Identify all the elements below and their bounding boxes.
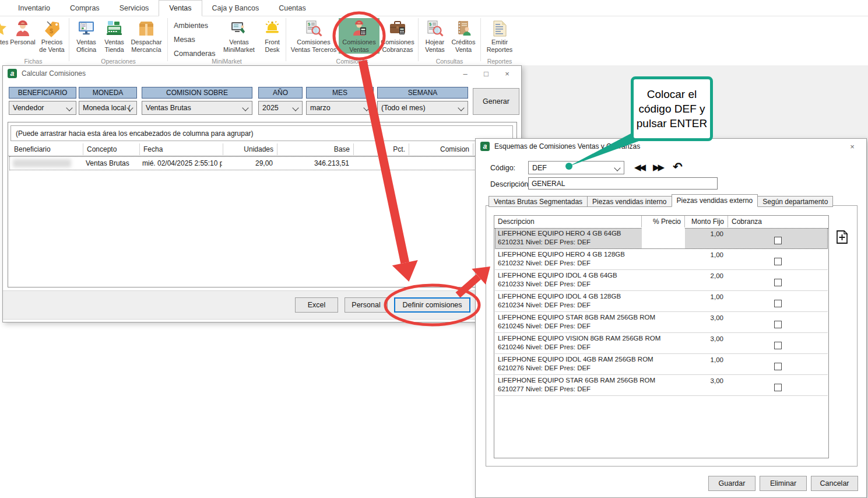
maximize-icon[interactable]: □	[476, 66, 497, 80]
tab-ventas-brutas-segmentadas[interactable]: Ventas Brutas Segmentadas	[489, 196, 588, 207]
ribbon-item-ventas-tienda[interactable]: Ventas Tienda	[101, 18, 128, 54]
excel-button[interactable]: Excel	[295, 297, 338, 313]
filter-combo-moneda[interactable]: Moneda local (	[79, 101, 137, 115]
ribbon-item-front-desk[interactable]: Front Desk	[261, 18, 283, 54]
grid-rows: Ventas Brutasmié. 02/04/2025 2:55:10 p..…	[9, 156, 477, 170]
menu-tab-caja-y-bancos[interactable]: Caja y Bancos	[202, 0, 269, 16]
table-row[interactable]: LIFEPHONE EQUIPO IDOL 4 GB 64GB6210233 N…	[495, 270, 828, 291]
filter-header-mes[interactable]: MES	[306, 87, 374, 99]
eliminar-button[interactable]: Eliminar	[760, 476, 807, 491]
col-header-fecha[interactable]: Fecha	[140, 143, 223, 155]
cobranza-checkbox[interactable]	[774, 258, 782, 265]
calc-dialog-title: Calcular Comisiones	[22, 69, 86, 78]
cobranza-checkbox[interactable]	[774, 384, 782, 391]
close-icon[interactable]: ×	[497, 66, 518, 80]
guardar-button[interactable]: Guardar	[708, 476, 755, 491]
tab-panel: Descripcion% PrecioMonto FijoCobranza LI…	[486, 205, 858, 467]
ribbon-item-creditos-venta[interactable]: Créditos Venta	[449, 18, 478, 54]
precio-cell[interactable]	[642, 249, 685, 269]
definir-comisiones-button[interactable]: Definir comisiones	[394, 297, 470, 313]
menu-tab-ventas[interactable]: Ventas	[159, 0, 202, 16]
tab-piezas-vendidas-externo[interactable]: Piezas vendidas externo	[672, 194, 758, 207]
col-header-concepto[interactable]: Concepto	[83, 143, 140, 155]
filter-header-semana[interactable]: SEMANA	[377, 87, 468, 99]
col-header-precio[interactable]: % Precio	[642, 216, 685, 227]
descripcion-input[interactable]: GENERAL	[528, 177, 718, 190]
cobranza-checkbox[interactable]	[774, 363, 782, 370]
ribbon-item-ventas-minimarket[interactable]: Ventas MiniMarket	[217, 18, 261, 54]
ribbon-item-tes[interactable]: tes	[0, 18, 8, 46]
menu-tab-compras[interactable]: Compras	[60, 0, 110, 16]
personal-button[interactable]: Personal	[345, 297, 388, 313]
callout-text: Colocar el código DEF y pulsar ENTER	[635, 87, 709, 131]
precio-cell[interactable]	[642, 333, 685, 353]
col-header-monto-fijo[interactable]: Monto Fijo	[685, 216, 728, 227]
tab-segun-departamento[interactable]: Según departamento	[757, 196, 833, 207]
grid-row[interactable]: Ventas Brutasmié. 02/04/2025 2:55:10 p..…	[9, 156, 477, 170]
menu-tab-inventario[interactable]: Inventario	[8, 0, 60, 16]
table-row[interactable]: LIFEPHONE EQUIPO HERO 4 GB 128GB6210232 …	[495, 249, 828, 270]
ribbon-item-ventas-oficina[interactable]: Ventas Oficina	[72, 18, 101, 54]
ribbon-item-comisiones-ventas[interactable]: Comisiones Ventas	[339, 18, 379, 54]
ribbon-item-emitir-reportes[interactable]: Emitir Reportes	[483, 18, 516, 54]
ribbon-item-comisiones-ventas-terceros[interactable]: $Comisiones Ventas Terceros	[289, 18, 339, 54]
ribbon-item-ambientes[interactable]: Ambientes	[174, 22, 215, 30]
filter-combo-semana[interactable]: (Todo el mes)	[377, 101, 468, 115]
filter-combo-mes[interactable]: marzo	[306, 101, 374, 115]
dropdown-arrow-icon	[242, 104, 248, 111]
minimize-icon[interactable]: –	[455, 66, 476, 80]
cobranza-checkbox[interactable]	[774, 279, 782, 286]
filter-combo-comision-sobre[interactable]: Ventas Brutas	[142, 101, 252, 115]
table-row[interactable]: LIFEPHONE EQUIPO STAR 6GB RAM 256GB ROM6…	[495, 375, 828, 396]
col-header-comision[interactable]: Comision	[409, 143, 473, 155]
ribbon-group-separator	[480, 18, 481, 61]
ribbon-item-despachar-mercancia[interactable]: Despachar Mercancía	[128, 18, 165, 54]
filter-combo-beneficiario[interactable]: Vendedor	[9, 101, 76, 115]
ribbon-item-mesas[interactable]: Mesas	[174, 36, 215, 44]
next-record-icon[interactable]: ▶▶	[653, 162, 663, 173]
previous-record-icon[interactable]: ◀◀	[634, 162, 644, 173]
add-record-icon[interactable]	[836, 230, 848, 246]
precio-cell[interactable]	[642, 312, 685, 332]
menu-tab-servicios[interactable]: Servicios	[110, 0, 159, 16]
filter-header-beneficiario[interactable]: BENEFICIARIO	[9, 87, 76, 99]
precio-cell[interactable]	[642, 270, 685, 290]
table-row[interactable]: LIFEPHONE EQUIPO IDOL 4 GB 128GB6210234 …	[495, 291, 828, 312]
ribbon-item-comisiones-cobranzas[interactable]: Comisiones Cobranzas	[379, 18, 416, 54]
undo-icon[interactable]: ↶	[673, 160, 683, 174]
cobranza-checkbox[interactable]	[774, 342, 782, 349]
precio-cell[interactable]	[642, 291, 685, 311]
ribbon-item-precios-de-venta[interactable]: $Precios de Venta	[37, 18, 66, 54]
table-row[interactable]: LIFEPHONE EQUIPO HERO 4 GB 64GB6210231 N…	[495, 228, 828, 249]
col-header-cobranza[interactable]: Cobranza	[728, 216, 830, 227]
menu-tab-cuentas[interactable]: Cuentas	[269, 0, 316, 16]
precio-cell[interactable]	[642, 375, 685, 395]
precio-cell[interactable]	[642, 354, 685, 374]
ribbon-item-comanderas[interactable]: Comanderas	[174, 50, 215, 58]
col-header-beneficiario[interactable]: Beneficiario	[10, 143, 83, 155]
table-row[interactable]: LIFEPHONE EQUIPO VISION 8GB RAM 256GB RO…	[495, 333, 828, 354]
ribbon-item-personal[interactable]: Personal	[8, 18, 37, 46]
precio-cell[interactable]	[642, 228, 685, 248]
close-icon[interactable]: ×	[842, 139, 863, 153]
filter-combo-ano[interactable]: 2025	[258, 101, 303, 115]
table-row[interactable]: LIFEPHONE EQUIPO STAR 8GB RAM 256GB ROM6…	[495, 312, 828, 333]
cobranza-checkbox[interactable]	[774, 321, 782, 328]
filter-header-ano[interactable]: AÑO	[258, 87, 303, 99]
filter-header-moneda[interactable]: MONEDA	[79, 87, 137, 99]
ribbon-item-hojear-ventas[interactable]: $Hojear Ventas	[421, 18, 449, 54]
generar-button[interactable]: Generar	[473, 88, 519, 115]
ribbon-group-items: Ventas OficinaVentas TiendaDespachar Mer…	[72, 16, 165, 57]
col-header-base[interactable]: Base	[277, 143, 354, 155]
col-header-pct[interactable]: Pct.	[354, 143, 409, 155]
dropdown-arrow-icon	[66, 104, 72, 111]
tab-piezas-vendidas-interno[interactable]: Piezas vendidas interno	[587, 196, 672, 207]
filter-header-comision-sobre[interactable]: COMISION SOBRE	[142, 87, 252, 99]
cobranza-checkbox[interactable]	[774, 300, 782, 307]
table-row[interactable]: LIFEPHONE EQUIPO IDOL 4GB RAM 256GB ROM6…	[495, 354, 828, 375]
col-header-descripcion[interactable]: Descripcion	[494, 216, 642, 227]
codigo-combo[interactable]: DEF	[528, 161, 624, 174]
cobranza-checkbox[interactable]	[774, 237, 782, 244]
col-header-unidades[interactable]: Unidades	[223, 143, 277, 155]
cancelar-button[interactable]: Cancelar	[811, 476, 858, 491]
